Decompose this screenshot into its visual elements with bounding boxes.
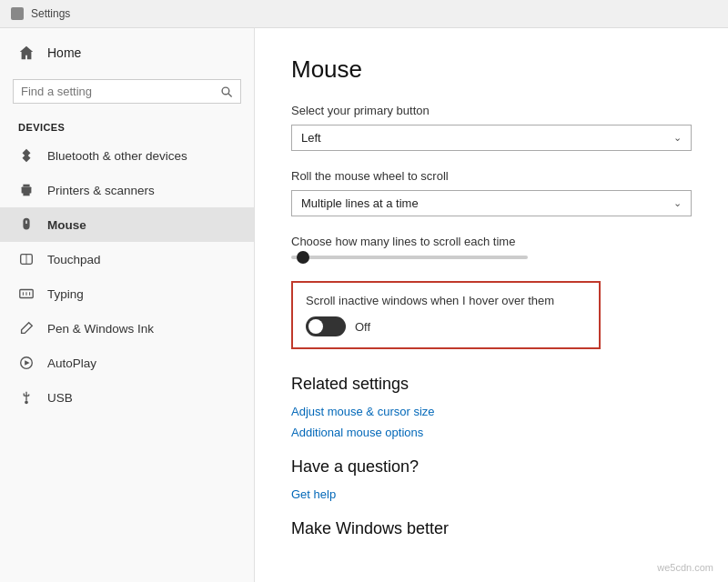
sidebar: Home Devices Bluetooth & other devices P… <box>0 28 255 582</box>
sidebar-item-label: Touchpad <box>47 253 101 266</box>
scroll-inactive-toggle-switch[interactable] <box>306 316 346 336</box>
scroll-lines-label: Choose how many lines to scroll each tim… <box>291 235 692 248</box>
roll-wheel-arrow: ⌄ <box>673 197 682 209</box>
pen-icon <box>18 320 35 336</box>
app-container: Home Devices Bluetooth & other devices P… <box>0 28 728 582</box>
roll-wheel-label: Roll the mouse wheel to scroll <box>291 169 692 183</box>
title-bar-label: Settings <box>31 7 70 20</box>
sidebar-item-label: Bluetooth & other devices <box>47 149 187 163</box>
touchpad-icon <box>18 251 35 267</box>
roll-wheel-value: Multiple lines at a time <box>301 196 419 210</box>
sidebar-item-bluetooth[interactable]: Bluetooth & other devices <box>0 138 254 173</box>
home-label: Home <box>47 45 81 60</box>
primary-button-dropdown[interactable]: Left ⌄ <box>291 125 692 151</box>
svg-rect-4 <box>23 192 29 196</box>
svg-point-16 <box>25 401 28 405</box>
sidebar-item-label: Pen & Windows Ink <box>47 322 154 336</box>
sidebar-item-label: Mouse <box>47 218 86 232</box>
svg-point-0 <box>222 87 229 95</box>
svg-rect-5 <box>23 218 29 230</box>
scroll-lines-slider-thumb[interactable] <box>297 251 309 264</box>
sidebar-item-label: Printers & scanners <box>47 184 155 197</box>
related-link-cursor[interactable]: Adjust mouse & cursor size <box>291 405 692 418</box>
roll-wheel-dropdown[interactable]: Multiple lines at a time ⌄ <box>291 190 692 216</box>
search-input[interactable] <box>21 85 215 98</box>
title-bar-icon <box>11 7 24 20</box>
sidebar-item-typing[interactable]: Typing <box>0 276 254 311</box>
sidebar-item-home[interactable]: Home <box>0 32 254 74</box>
related-link-options[interactable]: Additional mouse options <box>291 426 692 439</box>
sidebar-item-autoplay[interactable]: AutoPlay <box>0 346 254 380</box>
watermark: we5cdn.com <box>650 558 721 577</box>
scroll-lines-container: Choose how many lines to scroll each tim… <box>291 235 692 259</box>
search-box[interactable] <box>13 79 241 104</box>
printer-icon <box>18 182 35 198</box>
get-help-link[interactable]: Get help <box>291 487 692 501</box>
scroll-lines-slider-track[interactable] <box>291 256 528 259</box>
related-settings-heading: Related settings <box>291 375 692 394</box>
primary-button-label: Select your primary button <box>291 104 692 117</box>
usb-icon <box>18 389 35 406</box>
svg-line-1 <box>228 94 232 97</box>
search-icon <box>220 85 233 98</box>
content-area: Mouse Select your primary button Left ⌄ … <box>255 28 728 582</box>
sidebar-item-label: USB <box>47 391 73 405</box>
primary-button-arrow: ⌄ <box>673 132 682 144</box>
page-title: Mouse <box>291 55 692 84</box>
sidebar-item-pen[interactable]: Pen & Windows Ink <box>0 311 254 346</box>
autoplay-icon <box>18 355 35 371</box>
scroll-inactive-toggle-label: Off <box>355 320 370 334</box>
svg-rect-3 <box>23 185 29 187</box>
bluetooth-icon <box>18 147 35 164</box>
toggle-row: Off <box>306 316 586 336</box>
mouse-icon <box>18 216 35 233</box>
toggle-knob <box>308 319 323 334</box>
scroll-inactive-section: Scroll inactive windows when I hover ove… <box>291 281 601 349</box>
title-bar: Settings <box>0 0 728 28</box>
windows-better-heading: Make Windows better <box>291 519 692 538</box>
sidebar-item-label: Typing <box>47 287 84 301</box>
sidebar-item-printers[interactable]: Printers & scanners <box>0 173 254 207</box>
sidebar-item-label: AutoPlay <box>47 356 96 370</box>
scroll-inactive-label: Scroll inactive windows when I hover ove… <box>306 294 586 307</box>
sidebar-item-mouse[interactable]: Mouse <box>0 207 254 242</box>
question-heading: Have a question? <box>291 457 692 477</box>
home-icon <box>18 45 35 61</box>
sidebar-item-usb[interactable]: USB <box>0 380 254 415</box>
typing-icon <box>18 286 35 302</box>
sidebar-section-label: Devices <box>0 113 254 138</box>
primary-button-value: Left <box>301 131 321 145</box>
svg-marker-14 <box>25 360 29 365</box>
sidebar-item-touchpad[interactable]: Touchpad <box>0 242 254 276</box>
